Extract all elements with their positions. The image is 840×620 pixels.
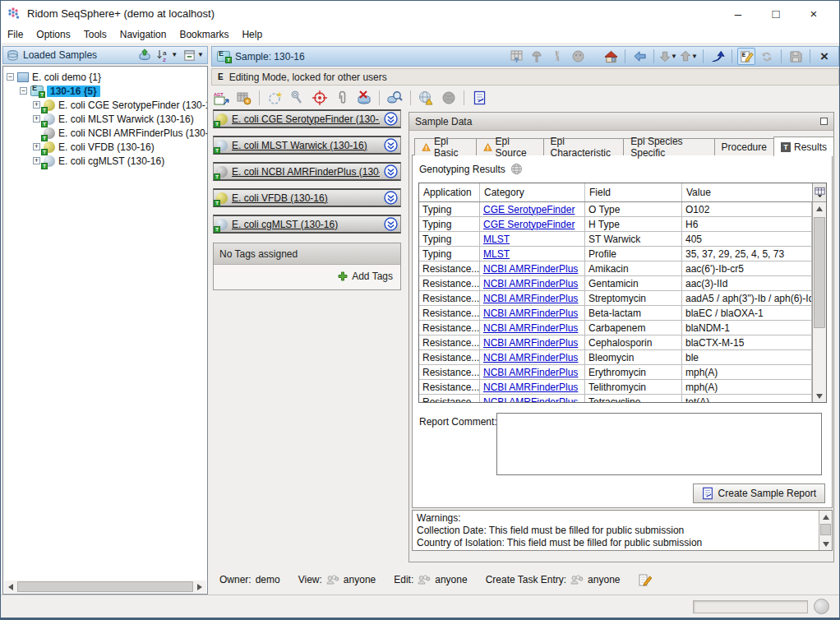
section-link[interactable]: E. coli NCBI AMRFinderPlus (130-16) [232,166,380,178]
table-row[interactable]: Resistance...NCBI AMRFinderPlusStreptomy… [419,291,812,306]
table-row[interactable]: Resistance...NCBI AMRFinderPlusBleomycin… [419,350,812,365]
tab-epi-species-specific[interactable]: Epi Species Specific [623,138,714,155]
report-comment-input[interactable] [496,413,822,475]
section-link[interactable]: E. coli cgMLST (130-16) [232,219,380,230]
edit-mode-button[interactable]: E [737,48,755,65]
category-link[interactable]: NCBI AMRFinderPlus [483,308,578,319]
close-button[interactable]: × [795,2,833,25]
table-row[interactable]: Resistance...NCBI AMRFinderPlusBeta-lact… [419,306,812,321]
target-genes-button[interactable] [311,90,328,107]
minimize-button[interactable]: – [719,2,757,25]
table-row[interactable]: Resistance...NCBI AMRFinderPlusCephalosp… [419,335,812,350]
category-link[interactable]: NCBI AMRFinderPlus [483,382,578,393]
disabled-sphere-button[interactable] [440,90,457,107]
table-vertical-scrollbar[interactable] [812,202,826,402]
menu-navigation[interactable]: Navigation [113,27,173,42]
table-row-partial[interactable]: Resistance...NCBI AMRFinderPlusTetracycl… [419,395,812,402]
category-link[interactable]: NCBI AMRFinderPlus [483,293,578,304]
table-row[interactable]: Resistance...NCBI AMRFinderPlusCarbapene… [419,321,812,335]
table-row[interactable]: Resistance...NCBI AMRFinderPlusAmikacina… [419,261,812,276]
menu-options[interactable]: Options [30,27,76,42]
scrollbar-thumb[interactable] [820,524,831,535]
tree-item-task[interactable]: + T E. coli CGE SerotypeFinder (130-16) [3,98,207,112]
scroll-down-button[interactable] [813,390,826,402]
category-link[interactable]: NCBI AMRFinderPlus [483,396,578,403]
tree-item-task[interactable]: T E. coli NCBI AMRFinderPlus (130-16) [3,126,207,140]
maximize-button[interactable]: □ [757,2,795,25]
menu-help[interactable]: Help [235,27,269,42]
expand-expander[interactable]: + [33,101,40,109]
tab-epi-source[interactable]: Epi Source [476,138,544,155]
table-row[interactable]: Resistance...NCBI AMRFinderPlusTelithrom… [419,380,812,395]
collapse-expander[interactable]: − [7,73,14,81]
column-header-application[interactable]: Application [419,183,480,201]
scroll-down-button[interactable] [819,538,832,550]
tab-procedure[interactable]: Procedure [714,138,774,155]
sort-button[interactable]: az ▼ [157,49,178,62]
tree-item-sample[interactable]: − ET 130-16 {5} [3,84,207,98]
previous-sample-button[interactable]: ▼ [680,48,698,65]
menu-bookmarks[interactable]: Bookmarks [173,27,235,42]
tree-item-task[interactable]: + T E. coli VFDB (130-16) [3,140,207,154]
section-link[interactable]: E. coli MLST Warwick (130-16) [232,140,380,151]
category-link[interactable]: NCBI AMRFinderPlus [483,278,578,289]
search-database-button[interactable] [386,90,404,107]
category-link[interactable]: CGE SerotypeFinder [483,219,575,230]
category-link[interactable]: NCBI AMRFinderPlus [483,352,578,363]
expand-expander[interactable]: + [33,157,40,164]
table-row[interactable]: Resistance...NCBI AMRFinderPlusGentamici… [419,276,812,291]
expand-expander[interactable]: + [33,115,40,123]
category-link[interactable]: NCBI AMRFinderPlus [483,322,578,334]
collapse-expander[interactable]: − [20,87,27,95]
section-link[interactable]: E. coli CGE SerotypeFinder (130-16) [232,113,380,125]
category-link[interactable]: MLST [483,234,510,245]
category-link[interactable]: CGE SerotypeFinder [483,204,575,215]
menu-tools[interactable]: Tools [77,27,113,42]
scroll-up-button[interactable] [819,511,832,523]
column-header-category[interactable]: Category [480,183,585,201]
home-button[interactable] [602,48,620,65]
attachment-button[interactable] [333,90,350,107]
import-sequences-button[interactable]: AGT [213,90,230,107]
expand-section-button[interactable] [384,164,398,178]
show-in-table-button[interactable] [507,48,525,65]
reprocess-button[interactable]: ★ [266,90,284,107]
category-link[interactable]: MLST [483,248,510,260]
annotate-button[interactable] [288,90,306,107]
delete-sample-button[interactable] [355,90,372,107]
table-row[interactable]: TypingMLSTST Warwick405 [419,232,812,247]
column-header-value[interactable]: Value [682,183,812,201]
add-tags-button[interactable]: Add Tags [338,271,393,282]
expand-section-button[interactable] [384,138,398,152]
tab-epi-basic[interactable]: Epi Basic [414,138,477,155]
status-sphere-button[interactable] [569,48,587,65]
submit-button[interactable] [708,48,727,65]
upload-samples-icon[interactable] [138,49,151,62]
tree-view-button[interactable] [528,48,546,65]
collapse-all-button[interactable]: ▼ [183,49,204,62]
category-link[interactable]: NCBI AMRFinderPlus [483,337,578,349]
maximize-panel-button[interactable] [820,118,828,125]
scroll-up-button[interactable] [813,202,826,215]
expand-section-button[interactable] [384,191,398,205]
expand-expander[interactable]: + [33,143,40,150]
tab-epi-characteristic[interactable]: Epi Characteristic [543,138,625,155]
scrollbar-thumb[interactable] [17,581,193,592]
warnings-scrollbar[interactable] [819,511,832,550]
column-chooser-button[interactable] [812,183,826,202]
save-button[interactable] [787,48,805,65]
expand-section-button[interactable] [384,112,398,126]
refresh-button[interactable] [758,48,776,65]
task-settings-button[interactable] [235,90,252,107]
table-row[interactable]: TypingMLSTProfile35, 37, 29, 25, 4, 5, 7… [419,247,812,261]
section-link[interactable]: E. coli VFDB (130-16) [232,192,380,204]
comparison-button[interactable] [548,48,566,65]
scrollbar-thumb[interactable] [814,217,825,328]
table-row[interactable]: Resistance...NCBI AMRFinderPlusErythromy… [419,365,812,380]
back-button[interactable] [630,48,648,65]
tab-results[interactable]: T Results [773,136,834,156]
create-sample-report-button[interactable]: Create Sample Report [693,484,825,503]
tree-horizontal-scrollbar[interactable] [4,581,206,593]
create-report-toolbar-button[interactable] [471,90,488,107]
close-panel-button[interactable]: × [815,48,833,65]
